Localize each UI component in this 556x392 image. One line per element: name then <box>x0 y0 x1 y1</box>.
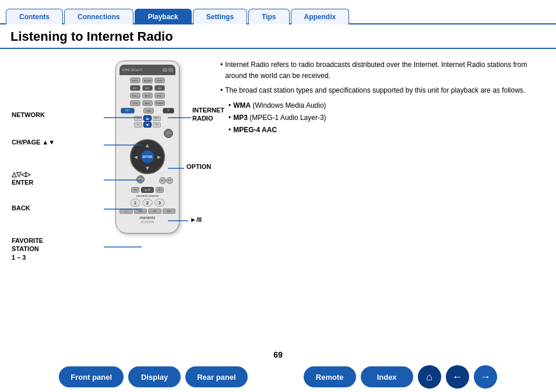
info-bullet-1: • Internet Radio refers to radio broadca… <box>220 59 540 82</box>
footer-rear-panel-button[interactable]: Rear panel <box>185 366 247 387</box>
remote-play-row: TN- ►/II TN+ <box>119 187 175 193</box>
sub-dot-aac: • <box>228 125 231 136</box>
remote-row-2: SRC SRC SRC <box>119 85 175 91</box>
wma-bold: WMA <box>233 101 251 110</box>
remote-fav-3[interactable]: 3 <box>154 199 165 207</box>
remote-back-button[interactable]: BACK <box>136 175 145 183</box>
remote-dpad-down-arrow: ▼ <box>145 165 150 171</box>
tab-settings[interactable]: Settings <box>193 9 247 24</box>
remote-dpad-up-arrow: ▲ <box>145 142 150 149</box>
remote-back-row: BACK SET INF <box>119 175 175 185</box>
remote-btn-sleep[interactable]: SLEEP <box>142 77 153 83</box>
remote-btn-preset[interactable]: PRE <box>143 108 154 114</box>
info-bullet-2: • The broad cast station types and speci… <box>220 85 540 96</box>
remote-dpad-ring: ▲ ▼ ◄ ► ENTER <box>130 139 165 174</box>
sub-dot-wma: • <box>228 100 231 111</box>
remote-mini-btn2[interactable] <box>168 68 173 72</box>
remote-bot-btn3[interactable]: SLP <box>148 209 161 214</box>
home-icon: ⌂ <box>426 371 432 383</box>
back-icon: ← <box>452 371 463 383</box>
remote-btn-c[interactable]: VOL- <box>154 93 165 98</box>
sub-bullet-aac: • MPEG-4 AAC <box>228 125 540 136</box>
forward-icon: → <box>480 371 491 383</box>
remote-side-btns-right: MUT CH <box>153 116 161 128</box>
remote-btn-b[interactable]: MUT <box>142 93 153 98</box>
tab-playback[interactable]: Playback <box>135 9 192 24</box>
remote-fav-2[interactable]: 2 <box>142 199 153 207</box>
remote-bot-btn2[interactable]: MEM <box>134 209 147 214</box>
footer: Front panel Display Rear panel Remote In… <box>0 362 556 392</box>
sub-bullet-wma: • WMA (Windows Media Audio) <box>228 100 540 111</box>
remote-fav-label: FAVORITE STATION <box>119 195 175 197</box>
remote-zone-label: ZONE SELECT <box>122 68 142 72</box>
remote-brand-label: marantz <box>119 216 175 220</box>
remote-btn-aux[interactable]: AUX <box>142 100 153 106</box>
remote-row-1: INFO SLEEP DISP <box>119 77 175 83</box>
remote-chpage-up[interactable]: ▲ <box>143 115 152 121</box>
remote-chpage-col: ▲ ▼ <box>143 115 152 128</box>
callout-chpage: CH/PAGE ▲▼ <box>12 138 55 146</box>
footer-forward-button[interactable]: → <box>474 365 497 389</box>
remote-bot-btn1[interactable]: ▲ <box>119 209 133 214</box>
info-area: • Internet Radio refers to radio broadca… <box>214 55 546 351</box>
remote-btn-disp[interactable]: DISP <box>154 77 165 83</box>
remote-option-row: OPT <box>119 129 175 138</box>
remote-network-button[interactable]: NET <box>121 108 135 114</box>
main-content: NETWORK CH/PAGE ▲▼ △▽◁▷ ENTER BACK FAVOR… <box>0 49 556 357</box>
remote-info-btn[interactable]: INF <box>166 177 173 184</box>
remote-btn-src2[interactable]: SRC <box>142 85 153 91</box>
tab-appendix[interactable]: Appendix <box>291 9 350 24</box>
aac-bold: MPEG-4 AAC <box>233 126 277 134</box>
remote-tune-plus[interactable]: TN+ <box>156 187 164 193</box>
tab-contents[interactable]: Contents <box>6 9 63 24</box>
info-text-1: Internet Radio refers to radio broadcast… <box>225 59 540 82</box>
remote-ch-list-btn[interactable]: CH <box>153 122 161 128</box>
remote-side-btn1[interactable]: ◄ <box>134 116 142 121</box>
remote-option-button[interactable]: OPT <box>164 129 173 138</box>
nav-tabs: Contents Connections Playback Settings T… <box>0 0 556 24</box>
footer-index-button[interactable]: Index <box>361 366 413 387</box>
bullet-dot-1: • <box>220 59 223 82</box>
remote-top-bar: ZONE SELECT <box>119 65 175 75</box>
callout-internet-radio: INTERNET RADIO <box>192 106 224 123</box>
remote-row-4: TV/V AUX TUNER <box>119 100 175 106</box>
remote-side-btn2[interactable]: ► <box>134 122 142 128</box>
sub-text-mp3: MP3 (MPEG-1 Audio Layer-3) <box>233 112 326 123</box>
remote-play-pause-button[interactable]: ►/II <box>141 187 154 193</box>
remote-btn-tuner[interactable]: TUNER <box>154 100 165 106</box>
info-text-2: The broad cast station types and specifi… <box>225 85 525 96</box>
remote-internet-radio-button[interactable]: iR <box>163 108 174 114</box>
footer-home-button[interactable]: ⌂ <box>418 365 441 389</box>
remote-btn-tv[interactable]: TV/V <box>130 100 140 106</box>
remote-enter-button[interactable]: ENTER <box>141 150 154 163</box>
remote-btn-src3[interactable]: SRC <box>154 85 165 91</box>
remote-btn-info[interactable]: INFO <box>130 77 140 83</box>
remote-bot-btn4[interactable]: CLR <box>163 209 176 214</box>
remote-chpage-down[interactable]: ▼ <box>143 122 152 128</box>
remote-area: NETWORK CH/PAGE ▲▼ △▽◁▷ ENTER BACK FAVOR… <box>10 55 209 351</box>
callout-option: OPTION <box>186 163 211 171</box>
remote-dpad[interactable]: ▲ ▼ ◄ ► ENTER <box>130 139 165 174</box>
remote-tune-minus[interactable]: TN- <box>131 187 139 193</box>
remote-setup-btn[interactable]: SET <box>159 177 166 184</box>
wma-normal: (Windows Media Audio) <box>251 101 326 110</box>
tab-connections[interactable]: Connections <box>64 9 133 24</box>
remote-fav-row: 1 2 3 <box>119 199 175 207</box>
sub-dot-mp3: • <box>228 112 231 123</box>
footer-remote-button[interactable]: Remote <box>304 366 356 387</box>
remote-mute-btn[interactable]: MUT <box>153 116 161 121</box>
callout-back: BACK <box>12 204 30 212</box>
footer-front-panel-button[interactable]: Front panel <box>59 366 124 387</box>
remote-btn-a[interactable]: VOL+ <box>130 93 140 98</box>
footer-back-button[interactable]: ← <box>446 365 469 389</box>
callout-play-pause: ►/II <box>190 216 202 224</box>
page-title: Listening to Internet Radio <box>0 24 556 49</box>
remote-row-3: VOL+ MUT VOL- <box>119 93 175 98</box>
footer-display-button[interactable]: Display <box>128 366 181 387</box>
remote-power-btn[interactable] <box>163 68 167 72</box>
mp3-normal: (MPEG-1 Audio Layer-3) <box>248 114 326 122</box>
sub-text-wma: WMA (Windows Media Audio) <box>233 100 326 111</box>
remote-fav-1[interactable]: 1 <box>130 199 140 207</box>
tab-tips[interactable]: Tips <box>248 9 289 24</box>
remote-btn-src1[interactable]: SRC <box>130 85 140 91</box>
